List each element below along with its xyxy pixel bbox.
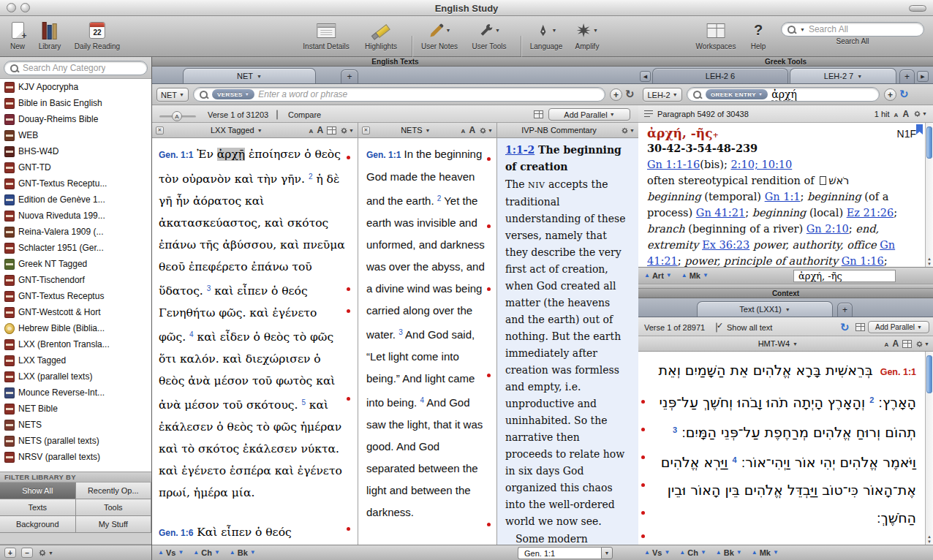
library-item[interactable]: Bible in Basic English (0, 95, 151, 111)
library-item[interactable]: Schlacter 1951 (Ger... (0, 240, 151, 256)
seg-link[interactable]: 2:10; 10:10 (730, 159, 792, 170)
column-title-dropdown[interactable]: NETS ▼ (374, 126, 458, 135)
column-action-menu[interactable]: ▼ (915, 340, 929, 348)
column-title-dropdown[interactable]: LXX Tagged ▼ (167, 126, 306, 135)
toolbar-toggle-button[interactable] (909, 5, 926, 12)
library-item[interactable]: LXX (Brenton Transla... (0, 336, 151, 352)
hebrew-scrollbar[interactable]: ▲▼ (925, 352, 933, 545)
slider-knob[interactable]: A (172, 111, 182, 121)
decrease-font-button[interactable] (461, 126, 466, 135)
chapter-up-button[interactable] (679, 550, 685, 556)
show-all-text-checkbox[interactable] (716, 322, 717, 333)
search-all-input[interactable]: ▼ Search All (781, 22, 924, 37)
mark-up-button[interactable] (752, 550, 758, 556)
tab-net[interactable]: NET ▼ (183, 68, 316, 83)
library-item[interactable]: KJV Apocrypha (0, 79, 151, 95)
book-up-button[interactable] (716, 550, 722, 556)
add-search-button[interactable]: + (610, 88, 622, 101)
scrollbar-arrows[interactable]: ▲▼ (926, 257, 933, 266)
scrollbar-thumb[interactable] (926, 355, 932, 393)
chapter-down-button[interactable] (700, 550, 706, 556)
search-scope-button[interactable]: LEH-2 ▼ (643, 88, 682, 102)
combo-arrow-button[interactable]: ▼ (601, 547, 613, 559)
tab-scroll-right-button[interactable]: ▶ (917, 71, 929, 82)
tab-scroll-left-button[interactable]: ◀ (640, 71, 651, 82)
column-title-dropdown[interactable]: HMT-W4 ▼ (675, 339, 881, 348)
decrease-font-button[interactable] (885, 339, 889, 348)
increase-font-button[interactable] (469, 125, 475, 135)
add-parallel-button[interactable]: Add Parallel ▼ (868, 321, 929, 333)
filter-show-all-button[interactable]: Show All (0, 483, 76, 499)
mark-down-button[interactable] (703, 273, 709, 279)
verse-down-button[interactable] (178, 550, 184, 556)
column-action-menu[interactable]: ▼ (479, 126, 493, 135)
library-item[interactable]: Reina-Valera 1909 (... (0, 224, 151, 240)
instant-details-button[interactable]: Instant Details (303, 19, 349, 50)
new-button[interactable]: New (10, 19, 25, 50)
add-parallel-button[interactable]: Add Parallel ▼ (548, 108, 630, 121)
add-search-button[interactable]: + (884, 88, 896, 101)
refresh-icon[interactable] (840, 322, 850, 333)
filter-background-button[interactable]: Background (0, 516, 76, 533)
verse-reference-combo[interactable]: Gen. 1:1 ▼ (518, 547, 613, 559)
library-item[interactable]: GNT-TD (0, 159, 151, 175)
verse-up-button[interactable] (644, 550, 650, 556)
verse-search-input[interactable]: VERSES ▼ Enter a word or phrase (193, 87, 605, 102)
remove-item-button[interactable]: – (21, 548, 33, 558)
article-up-button[interactable] (644, 273, 650, 279)
panes-icon[interactable] (855, 323, 865, 331)
add-tab-button[interactable] (837, 303, 853, 317)
filter-texts-button[interactable]: Texts (0, 499, 76, 516)
panes-icon[interactable] (902, 340, 912, 348)
close-icon[interactable] (362, 126, 370, 135)
scrollbar-arrows[interactable]: ▲▼ (926, 534, 933, 544)
filter-my-stuff-button[interactable]: My Stuff (76, 516, 152, 533)
chapter-down-button[interactable] (214, 550, 220, 556)
seg-link[interactable]: Ex 36:23 (702, 239, 749, 251)
decrease-font-button[interactable] (309, 126, 314, 135)
library-item[interactable]: Greek NT Tagged (0, 256, 151, 272)
seg-linkb[interactable]: 1:1-2 (505, 144, 535, 156)
seg-link[interactable]: Gn 1:16 (842, 255, 884, 267)
library-item[interactable]: GNT-Tischendorf (0, 272, 151, 288)
compare-checkbox[interactable] (276, 110, 278, 120)
seg-link[interactable]: Gn 1:1 (765, 191, 801, 203)
user-notes-button[interactable]: ▼ User Notes (421, 19, 458, 50)
library-item[interactable]: LXX Tagged (0, 352, 151, 368)
mark-up-button[interactable] (681, 273, 687, 279)
column-action-menu[interactable]: ▼ (340, 126, 354, 135)
seg-link[interactable]: Gn 41:21 (696, 207, 745, 219)
tab-text-lxx1[interactable]: Text (LXX1) ▼ (697, 301, 833, 317)
refresh-icon[interactable] (625, 88, 635, 99)
scrollbar-thumb[interactable] (926, 126, 932, 159)
user-tools-button[interactable]: ▼ User Tools (472, 19, 506, 50)
text-size-slider[interactable]: A (159, 116, 196, 118)
highlights-button[interactable]: Highlights (365, 19, 397, 50)
pane-action-menu[interactable]: ▼ (913, 110, 927, 118)
library-item[interactable]: GNT-Textus Receptu... (0, 175, 151, 192)
mark-down-button[interactable] (773, 550, 779, 556)
library-item[interactable]: NET Bible (0, 401, 151, 417)
column-action-menu[interactable]: ▼ (621, 126, 635, 135)
book-up-button[interactable] (230, 550, 235, 556)
verse-up-button[interactable] (158, 550, 164, 556)
filter-tools-button[interactable]: Tools (76, 499, 152, 516)
filter-recently-opened-button[interactable]: Recently Op... (76, 483, 152, 499)
library-item[interactable]: Hebrew Bible (Biblia... (0, 320, 151, 336)
close-icon[interactable] (156, 126, 164, 135)
tab-leh2-7[interactable]: LEH-2 7 ▼ (790, 68, 896, 83)
library-item[interactable]: BHS-W4D (0, 143, 151, 159)
library-item[interactable]: LXX (parallel texts) (0, 368, 151, 385)
lexicon-scrollbar[interactable]: ▲▼ (925, 123, 933, 267)
search-mode-dropdown[interactable]: GREEK ENTRY ▼ (706, 89, 768, 99)
book-down-button[interactable] (736, 550, 742, 556)
amplify-button[interactable]: ▼ Amplify (575, 19, 600, 50)
library-button[interactable]: Library (39, 19, 61, 50)
library-item[interactable]: GNT-Textus Receptus (0, 288, 151, 304)
decrease-font-button[interactable] (894, 110, 899, 118)
daily-reading-button[interactable]: 22 Daily Reading (75, 19, 120, 50)
panes-icon[interactable] (327, 126, 336, 135)
workspaces-button[interactable]: Workspaces (696, 19, 736, 50)
refresh-icon[interactable] (899, 88, 909, 99)
article-down-button[interactable] (666, 273, 672, 279)
